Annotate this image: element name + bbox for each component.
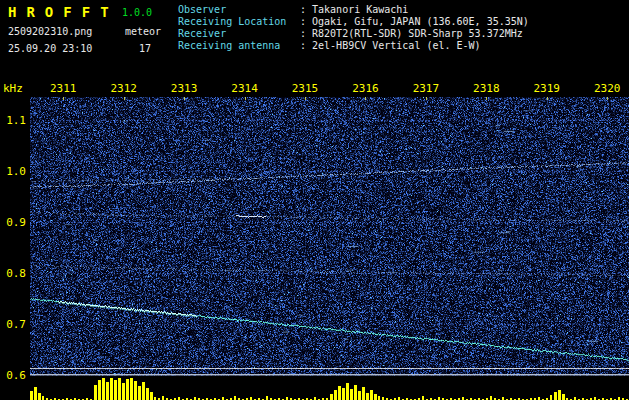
x-tick-label: 2318 (469, 82, 503, 95)
y-tick-label: 1.1 (0, 114, 26, 127)
x-tick-label: 2315 (288, 82, 322, 95)
y-axis-unit-label: kHz (3, 82, 23, 95)
output-filename: 2509202310.png (8, 26, 92, 37)
app-title: HROFFT (8, 4, 119, 20)
info-value-observer: : Takanori Kawachi (300, 4, 408, 15)
signal-level-bars-canvas (30, 377, 629, 400)
info-value-receiver: : R820T2(RTL-SDR) SDR-Sharp 53.372MHz (300, 28, 523, 39)
info-label-receiver: Receiver (178, 28, 300, 40)
y-tick-label: 0.6 (0, 369, 26, 382)
app-version: 1.0.0 (122, 7, 152, 18)
info-value-antenna: : 2el-HB9CV Vertical (el. E-W) (300, 40, 481, 51)
info-row: Receiving Location: Ogaki, Gifu, JAPAN (… (178, 16, 529, 28)
x-tick-label: 2319 (530, 82, 564, 95)
x-tick-label: 2320 (590, 82, 624, 95)
info-value-location: : Ogaki, Gifu, JAPAN (136.60E, 35.35N) (300, 16, 529, 27)
info-label-location: Receiving Location (178, 16, 300, 28)
y-tick-label: 0.7 (0, 318, 26, 331)
x-tick-label: 2316 (348, 82, 382, 95)
spectrogram-canvas (30, 97, 629, 376)
info-label-antenna: Receiving antenna (178, 40, 300, 52)
y-tick-label: 1.0 (0, 165, 26, 178)
x-tick-label: 2314 (228, 82, 262, 95)
x-tick-label: 2313 (167, 82, 201, 95)
y-tick-label: 0.8 (0, 267, 26, 280)
observation-datetime: 25.09.20 23:10 (8, 43, 92, 54)
y-tick-label: 0.9 (0, 216, 26, 229)
station-info: Observer: Takanori Kawachi Receiving Loc… (178, 4, 529, 52)
hrofft-output: HROFFT 1.0.0 2509202310.png meteor 25.09… (0, 0, 629, 400)
info-row: Receiving antenna: 2el-HB9CV Vertical (e… (178, 40, 529, 52)
x-tick-label: 2317 (409, 82, 443, 95)
mode-label: meteor (125, 26, 161, 37)
x-tick-label: 2311 (46, 82, 80, 95)
echo-count: 17 (139, 43, 151, 54)
x-tick-label: 2312 (107, 82, 141, 95)
info-row: Receiver: R820T2(RTL-SDR) SDR-Sharp 53.3… (178, 28, 529, 40)
info-row: Observer: Takanori Kawachi (178, 4, 529, 16)
info-label-observer: Observer (178, 4, 300, 16)
